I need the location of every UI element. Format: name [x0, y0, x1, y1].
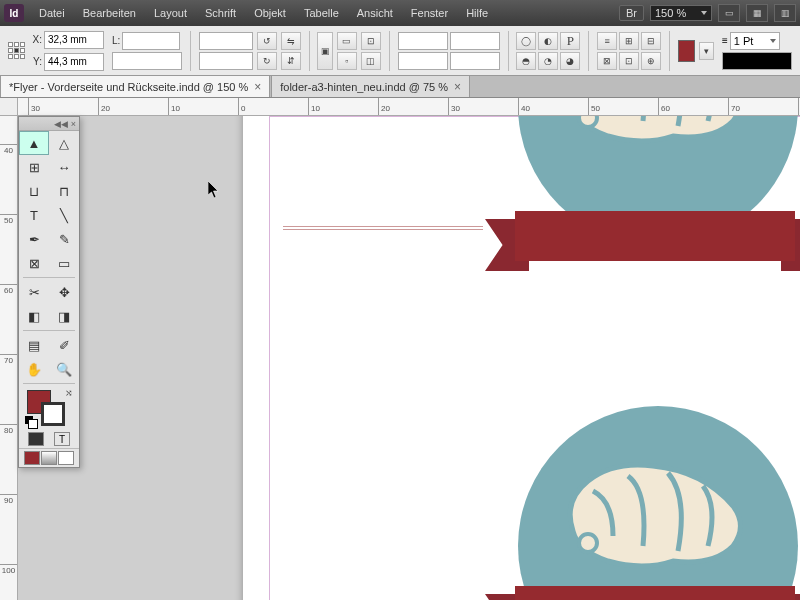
apply-gradient-icon[interactable]	[41, 451, 57, 465]
corner-input-1[interactable]	[398, 32, 448, 50]
flip-vertical-icon[interactable]: ⇵	[281, 52, 301, 70]
menu-schrift[interactable]: Schrift	[196, 7, 245, 19]
swap-fill-stroke-icon[interactable]: ⤭	[65, 388, 73, 398]
rectangle-frame-tool-icon[interactable]: ⊠	[19, 251, 49, 275]
gradient-feather-tool-icon[interactable]: ◨	[49, 304, 79, 328]
fitting-center-icon[interactable]: ⊡	[361, 32, 381, 50]
fill-dropdown-icon[interactable]: ▾	[699, 42, 714, 60]
line-tool-icon[interactable]: ╲	[49, 203, 79, 227]
document-tab-active[interactable]: *Flyer - Vorderseite und Rückseite.indd …	[0, 75, 270, 97]
screen-mode-icon[interactable]: ▭	[718, 4, 740, 22]
drop-cap-icon[interactable]: P	[560, 32, 580, 50]
pathfinder-intersect-icon[interactable]: ◓	[516, 52, 536, 70]
text-wrap-jump-icon[interactable]: ⊠	[597, 52, 617, 70]
panel-header[interactable]: ◀◀ ×	[19, 117, 79, 131]
fill-stroke-proxy[interactable]: ⤭	[23, 388, 75, 428]
corner-input-2[interactable]	[450, 32, 500, 50]
tools-panel[interactable]: ◀◀ × ▲ △ ⊞ ↔ ⊔ ⊓ T ╲ ✒ ✎ ⊠ ▭ ✂ ✥ ◧ ◨ ▤ ✐…	[18, 116, 80, 468]
corner-input-3[interactable]	[398, 52, 448, 70]
menubar: Id Datei Bearbeiten Layout Schrift Objek…	[0, 0, 800, 26]
pen-tool-icon[interactable]: ✒	[19, 227, 49, 251]
gradient-swatch-tool-icon[interactable]: ◧	[19, 304, 49, 328]
ribbon-banner-top[interactable]	[485, 211, 800, 271]
stroke-weight-input[interactable]: 1 Pt	[730, 32, 780, 50]
menu-hilfe[interactable]: Hilfe	[457, 7, 497, 19]
angle-input[interactable]	[112, 52, 182, 70]
bridge-button[interactable]: Br	[619, 5, 644, 21]
reference-point-proxy[interactable]	[8, 33, 26, 69]
zoom-level-field[interactable]: 150 %	[650, 5, 712, 21]
pathfinder-minus-icon[interactable]: ◕	[560, 52, 580, 70]
menu-datei[interactable]: Datei	[30, 7, 74, 19]
default-fill-stroke-icon[interactable]	[25, 416, 37, 428]
pathfinder-exclude-icon[interactable]: ◔	[538, 52, 558, 70]
vertical-ruler[interactable]: 405060708090100110	[0, 116, 18, 600]
direct-selection-tool-icon[interactable]: △	[49, 131, 79, 155]
rectangle-tool-icon[interactable]: ▭	[49, 251, 79, 275]
ruler-origin[interactable]	[0, 98, 18, 116]
ruler-tick: 50	[0, 214, 17, 225]
document-tab[interactable]: folder-a3-hinten_neu.indd @ 75 % ×	[271, 75, 470, 97]
scissors-tool-icon[interactable]: ✂	[19, 280, 49, 304]
panel-close-icon[interactable]: ×	[71, 119, 76, 129]
content-placer-icon[interactable]: ⊓	[49, 179, 79, 203]
apply-color-icon[interactable]	[24, 451, 40, 465]
text-wrap-bounding-icon[interactable]: ⊞	[619, 32, 639, 50]
close-icon[interactable]: ×	[454, 80, 461, 94]
hand-tool-icon[interactable]: ✋	[19, 357, 49, 381]
gap-tool-icon[interactable]: ↔	[49, 155, 79, 179]
zoom-tool-icon[interactable]: 🔍	[49, 357, 79, 381]
flip-horizontal-icon[interactable]: ⇋	[281, 32, 301, 50]
note-tool-icon[interactable]: ▤	[19, 333, 49, 357]
menu-objekt[interactable]: Objekt	[245, 7, 295, 19]
fitting-fill-icon[interactable]: ▭	[337, 32, 357, 50]
pencil-tool-icon[interactable]: ✎	[49, 227, 79, 251]
canvas[interactable]: Frühstück	[18, 116, 800, 600]
menu-fenster[interactable]: Fenster	[402, 7, 457, 19]
text-wrap-column-icon[interactable]: ⊡	[619, 52, 639, 70]
scale-y-input[interactable]	[199, 52, 253, 70]
close-icon[interactable]: ×	[254, 80, 261, 94]
apply-container-icon[interactable]	[28, 432, 44, 446]
apply-none-icon[interactable]	[58, 451, 74, 465]
menu-tabelle[interactable]: Tabelle	[295, 7, 348, 19]
scale-x-input[interactable]	[199, 32, 253, 50]
control-panel: X: 32,3 mm Y: 44,3 mm L: ↺ ↻ ⇋ ⇵ ▣ ▭ ▫ ⊡…	[0, 26, 800, 76]
text-wrap-none-icon[interactable]: ≡	[597, 32, 617, 50]
fill-color-swatch[interactable]	[678, 40, 695, 62]
fitting-fit-icon[interactable]: ▫	[337, 52, 357, 70]
pathfinder-unite-icon[interactable]: ◯	[516, 32, 536, 50]
fitting-proportional-icon[interactable]: ◫	[361, 52, 381, 70]
corner-input-4[interactable]	[450, 52, 500, 70]
ruler-tick: 0	[238, 98, 245, 115]
rotate-cw-icon[interactable]: ↻	[257, 52, 277, 70]
stroke-proxy[interactable]	[41, 402, 65, 426]
arrange-documents-icon[interactable]: ▦	[746, 4, 768, 22]
page-tool-icon[interactable]: ⊞	[19, 155, 49, 179]
horizontal-ruler[interactable]: 30201001020304050607080	[18, 98, 800, 116]
workspace-switcher-icon[interactable]: ▥	[774, 4, 796, 22]
free-transform-tool-icon[interactable]: ✥	[49, 280, 79, 304]
reference-point-coords: X: 32,3 mm Y: 44,3 mm	[8, 30, 104, 72]
y-position-input[interactable]: 44,3 mm	[44, 53, 104, 71]
text-wrap-shape-icon[interactable]: ⊟	[641, 32, 661, 50]
type-tool-icon[interactable]: T	[19, 203, 49, 227]
pathfinder-subtract-icon[interactable]: ◐	[538, 32, 558, 50]
ribbon-banner-bottom[interactable]: Frühstück	[485, 586, 800, 600]
mouse-cursor	[208, 181, 220, 199]
collapse-icon[interactable]: ◀◀	[54, 119, 68, 129]
container-select-icon[interactable]: ▣	[317, 32, 332, 70]
selection-tool-icon[interactable]: ▲	[19, 131, 49, 155]
decorative-lines	[283, 226, 483, 232]
content-collector-icon[interactable]: ⊔	[19, 179, 49, 203]
length-input[interactable]	[122, 32, 180, 50]
stroke-style-dropdown[interactable]	[722, 52, 792, 70]
menu-bearbeiten[interactable]: Bearbeiten	[74, 7, 145, 19]
menu-layout[interactable]: Layout	[145, 7, 196, 19]
text-wrap-invert-icon[interactable]: ⊕	[641, 52, 661, 70]
rotate-ccw-icon[interactable]: ↺	[257, 32, 277, 50]
x-position-input[interactable]: 32,3 mm	[44, 31, 104, 49]
apply-text-icon[interactable]: T	[54, 432, 70, 446]
menu-ansicht[interactable]: Ansicht	[348, 7, 402, 19]
eyedropper-tool-icon[interactable]: ✐	[49, 333, 79, 357]
